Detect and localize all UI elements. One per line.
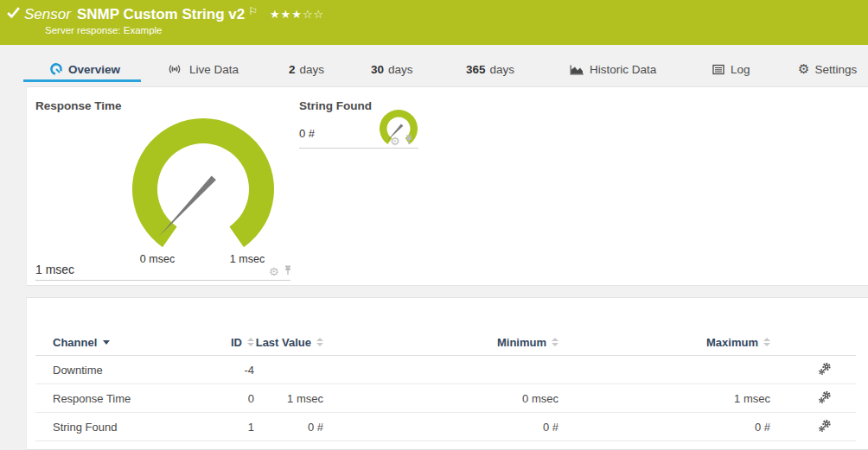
tab-2-days[interactable]: 2 days	[289, 59, 324, 79]
gauge-icon	[49, 62, 63, 76]
channel-table-panel: Channel ID Last Value Minimum Maximum	[26, 297, 868, 450]
gear-icon[interactable]: ⚙	[390, 136, 400, 147]
sensor-status-message: Server response: Example	[45, 25, 163, 35]
tab-30-days-label: days	[388, 63, 413, 76]
tab-log-label: Log	[731, 63, 750, 76]
sort-icon	[316, 338, 323, 346]
channel-minimum: 0 msec	[323, 392, 558, 405]
sensor-header-bar: Sensor SNMP Custom String v2 ⚐ ★★★☆☆ Ser…	[0, 0, 868, 45]
column-header-last-value[interactable]: Last Value	[254, 336, 323, 349]
response-time-module-actions: ⚙	[269, 263, 292, 279]
column-header-id[interactable]: ID	[202, 336, 254, 349]
sort-icon	[763, 338, 770, 346]
gear-icon[interactable]: ⚙	[269, 266, 279, 277]
channel-name[interactable]: String Found	[35, 421, 202, 434]
channel-maximum: 0 #	[558, 421, 770, 434]
tab-historic-data-label: Historic Data	[590, 63, 656, 76]
string-found-gauge-title: String Found	[299, 99, 372, 112]
gauge-max-label: 1 msec	[221, 253, 273, 265]
table-row-downtime: Downtime -4	[35, 356, 856, 384]
tab-overview[interactable]: Overview	[49, 59, 120, 79]
pin-icon[interactable]	[284, 263, 292, 279]
tab-historic-data[interactable]: Historic Data	[569, 59, 656, 79]
channel-name[interactable]: Response Time	[35, 392, 202, 405]
channel-table: Channel ID Last Value Minimum Maximum	[35, 329, 856, 441]
channel-name[interactable]: Downtime	[35, 364, 202, 377]
table-row-string-found: String Found 1 0 # 0 # 0 #	[35, 413, 856, 441]
table-header-row: Channel ID Last Value Minimum Maximum	[35, 329, 856, 356]
column-header-minimum[interactable]: Minimum	[323, 336, 558, 349]
tab-bar: Overview Live Data 2 days 30 days 365 da…	[0, 45, 868, 84]
gear-icon: ⚙	[798, 61, 809, 77]
sensor-kind-label: Sensor	[24, 6, 71, 23]
flag-icon[interactable]: ⚐	[248, 5, 258, 17]
overview-gauges-panel: Response Time 0 msec 1 msec 1 msec ⚙ Str…	[26, 86, 868, 286]
channel-last-value: 0 #	[254, 421, 323, 434]
area-chart-icon	[569, 63, 584, 76]
tab-365-days-label: days	[490, 63, 515, 76]
channel-settings-gears-icon[interactable]	[818, 390, 832, 407]
broadcast-icon	[165, 62, 184, 76]
tab-365-days[interactable]: 365 days	[466, 59, 514, 79]
string-found-current-value: 0 #	[299, 127, 315, 140]
status-ok-check-icon	[6, 5, 21, 23]
channel-id: 0	[202, 392, 254, 405]
tab-log[interactable]: Log	[712, 59, 750, 79]
priority-stars[interactable]: ★★★☆☆	[270, 8, 324, 21]
module-divider	[35, 280, 290, 281]
tab-2-days-label: days	[300, 63, 325, 76]
sort-icon	[552, 338, 558, 346]
response-time-gauge-title: Response Time	[35, 99, 122, 112]
channel-minimum: 0 #	[323, 421, 558, 434]
tab-settings[interactable]: ⚙ Settings	[798, 59, 857, 79]
tab-settings-label: Settings	[814, 63, 857, 76]
tab-live-data-label: Live Data	[189, 63, 239, 76]
log-list-icon	[712, 63, 725, 76]
channel-id: 1	[202, 421, 254, 434]
tab-30-days[interactable]: 30 days	[371, 59, 413, 79]
sort-icon	[247, 338, 254, 346]
table-row-response-time: Response Time 0 1 msec 0 msec 1 msec	[35, 384, 856, 413]
column-header-channel[interactable]: Channel	[35, 336, 202, 349]
string-found-module-actions: ⚙	[390, 133, 413, 149]
channel-maximum: 1 msec	[558, 392, 770, 405]
response-time-gauge	[117, 107, 290, 258]
sort-desc-icon	[103, 340, 110, 345]
column-header-maximum[interactable]: Maximum	[558, 336, 770, 349]
channel-last-value: 1 msec	[254, 392, 323, 405]
pin-icon[interactable]	[405, 133, 413, 149]
channel-settings-gears-icon[interactable]	[818, 362, 832, 378]
channel-settings-gears-icon[interactable]	[818, 419, 832, 435]
response-time-current-value: 1 msec	[35, 263, 74, 276]
gauge-min-label: 0 msec	[131, 253, 183, 265]
tab-live-data[interactable]: Live Data	[165, 59, 239, 79]
tab-overview-label: Overview	[68, 63, 120, 76]
sensor-title: SNMP Custom String v2	[77, 6, 245, 23]
active-tab-underline	[23, 79, 141, 82]
channel-id: -4	[202, 364, 254, 377]
